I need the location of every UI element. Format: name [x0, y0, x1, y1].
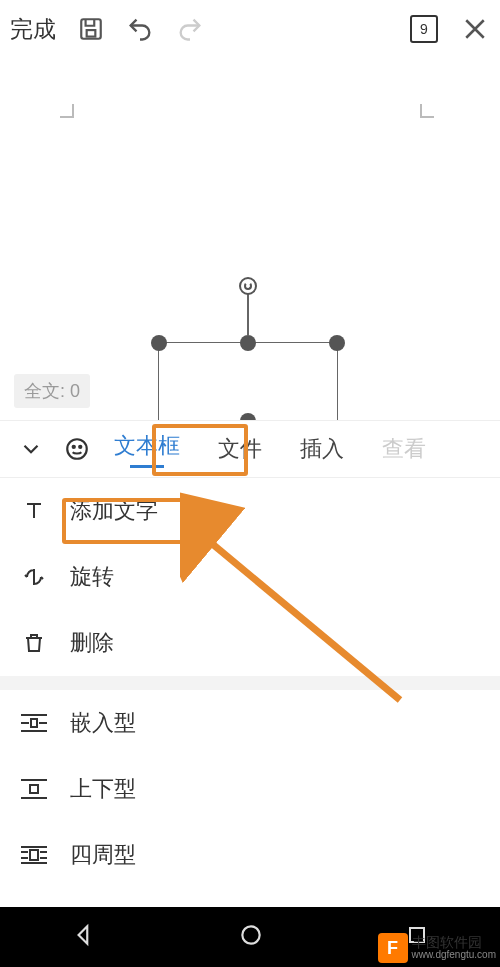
menu-item-label: 添加文字: [70, 496, 158, 526]
tab-textbox[interactable]: 文本框: [114, 431, 180, 468]
undo-icon[interactable]: [126, 15, 154, 43]
menu-separator: [0, 676, 500, 690]
resize-handle-tm[interactable]: [240, 335, 256, 351]
panel-tabs: 文本框 文件 插入 查看: [0, 420, 500, 478]
done-button[interactable]: 完成: [10, 14, 56, 45]
watermark: F 丰图软件园 www.dgfengtu.com: [378, 933, 497, 963]
menu-delete[interactable]: 删除: [0, 610, 500, 676]
crop-mark-tl: [54, 104, 74, 124]
redo-icon: [176, 15, 204, 43]
tab-file[interactable]: 文件: [218, 434, 262, 464]
watermark-url: www.dgfengtu.com: [412, 950, 497, 961]
svg-rect-5: [31, 719, 37, 727]
rotate-icon: [20, 565, 48, 589]
document-canvas[interactable]: 全文: 0: [0, 58, 500, 420]
svg-rect-6: [30, 785, 38, 793]
resize-handle-tr[interactable]: [329, 335, 345, 351]
save-icon[interactable]: [78, 16, 104, 42]
svg-rect-1: [87, 30, 96, 37]
menu-add-text[interactable]: 添加文字: [0, 478, 500, 544]
menu-wrap-around[interactable]: 四周型: [0, 822, 500, 888]
textbox-actions-group: 添加文字 旋转 删除: [0, 478, 500, 676]
wrap-topbot-icon: [20, 778, 48, 800]
nav-home-icon[interactable]: [238, 922, 264, 952]
svg-point-4: [79, 446, 81, 448]
menu-item-label: 上下型: [70, 774, 136, 804]
resize-handle-tl[interactable]: [151, 335, 167, 351]
rotate-stem: [247, 293, 249, 335]
tab-view[interactable]: 查看: [382, 434, 426, 464]
nav-back-icon[interactable]: [71, 922, 97, 952]
selected-textbox[interactable]: [158, 342, 338, 422]
top-toolbar: 完成 9: [0, 0, 500, 58]
menu-item-label: 删除: [70, 628, 114, 658]
tab-insert[interactable]: 插入: [300, 434, 344, 464]
text-icon: [20, 499, 48, 523]
svg-point-10: [242, 926, 259, 943]
menu-wrap-inline[interactable]: 嵌入型: [0, 690, 500, 756]
menu-item-label: 四周型: [70, 840, 136, 870]
wrap-mode-group: 嵌入型 上下型 四周型: [0, 690, 500, 888]
menu-item-label: 嵌入型: [70, 708, 136, 738]
trash-icon: [20, 631, 48, 655]
close-icon[interactable]: [460, 14, 490, 44]
svg-point-3: [73, 446, 75, 448]
emoji-icon[interactable]: [64, 436, 90, 462]
word-count-badge: 全文: 0: [14, 374, 90, 408]
wrap-inline-icon: [20, 712, 48, 734]
watermark-logo: F: [378, 933, 408, 963]
svg-point-2: [67, 439, 87, 459]
page-count-badge[interactable]: 9: [410, 15, 438, 43]
svg-rect-7: [30, 850, 38, 860]
collapse-panel-icon[interactable]: [18, 436, 44, 462]
menu-rotate[interactable]: 旋转: [0, 544, 500, 610]
watermark-title: 丰图软件园: [412, 935, 497, 950]
rotate-handle[interactable]: [239, 277, 257, 295]
menu-item-label: 旋转: [70, 562, 114, 592]
wrap-around-icon: [20, 844, 48, 866]
menu-wrap-topbottom[interactable]: 上下型: [0, 756, 500, 822]
crop-mark-tr: [420, 104, 440, 124]
